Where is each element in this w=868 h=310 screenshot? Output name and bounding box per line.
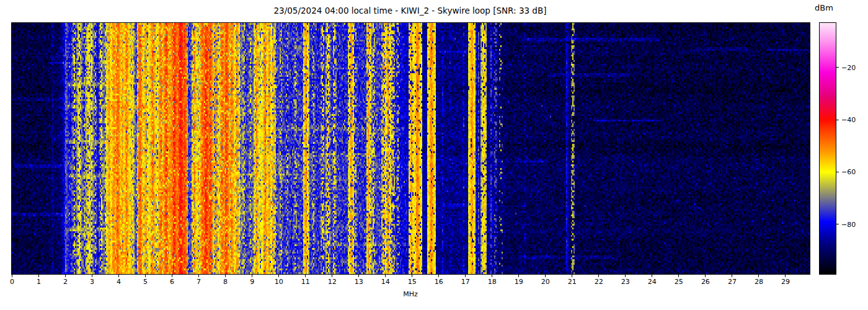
x-tick-mark bbox=[305, 275, 306, 277]
colorbar-unit-label: dBm bbox=[815, 3, 833, 12]
x-tick-label: 25 bbox=[675, 278, 683, 286]
spectrogram-canvas bbox=[12, 23, 810, 274]
chart-title: 23/05/2024 04:00 local time - KIWI_2 - S… bbox=[11, 6, 809, 16]
x-tick-label: 9 bbox=[250, 278, 254, 286]
x-tick-mark bbox=[65, 275, 66, 277]
x-tick-label: 17 bbox=[461, 278, 470, 286]
x-tick-label: 16 bbox=[435, 278, 443, 286]
x-tick-label: 8 bbox=[223, 278, 228, 286]
x-axis-label: MHz bbox=[403, 290, 418, 298]
x-tick-label: 21 bbox=[568, 278, 577, 286]
x-tick-label: 26 bbox=[701, 278, 710, 286]
x-tick-label: 28 bbox=[755, 278, 763, 286]
x-tick-mark bbox=[92, 275, 92, 277]
x-tick-mark bbox=[652, 275, 652, 277]
colorbar-tick-mark bbox=[836, 172, 839, 172]
colorbar-tick-label: −20 bbox=[841, 63, 856, 71]
x-tick-mark bbox=[198, 275, 199, 277]
x-tick-mark bbox=[572, 275, 572, 277]
x-tick-label: 24 bbox=[648, 278, 657, 286]
x-tick-mark bbox=[438, 275, 439, 277]
x-tick-label: 1 bbox=[37, 278, 41, 286]
colorbar-tick-mark bbox=[836, 224, 839, 224]
x-tick-mark bbox=[732, 275, 732, 277]
x-tick-mark bbox=[12, 275, 12, 277]
x-tick-label: 2 bbox=[63, 278, 68, 286]
x-tick-mark bbox=[172, 275, 172, 277]
colorbar bbox=[819, 22, 836, 275]
x-tick-mark bbox=[38, 275, 39, 277]
spectrogram-figure: 23/05/2024 04:00 local time - KIWI_2 - S… bbox=[0, 0, 868, 310]
x-tick-mark bbox=[278, 275, 279, 277]
colorbar-tick-mark bbox=[836, 67, 839, 68]
x-tick-label: 7 bbox=[197, 278, 201, 286]
x-tick-label: 6 bbox=[170, 278, 174, 286]
x-tick-mark bbox=[678, 275, 679, 277]
colorbar-tick-label: −40 bbox=[841, 116, 856, 124]
x-tick-mark bbox=[625, 275, 626, 277]
x-tick-mark bbox=[465, 275, 466, 277]
x-tick-label: 18 bbox=[488, 278, 497, 286]
x-tick-label: 4 bbox=[117, 278, 121, 286]
x-tick-label: 11 bbox=[301, 278, 310, 286]
waterfall-plot-area bbox=[11, 22, 810, 275]
x-tick-mark bbox=[145, 275, 146, 277]
x-tick-label: 0 bbox=[10, 278, 14, 286]
colorbar-tick-label: −80 bbox=[841, 220, 856, 228]
x-tick-mark bbox=[545, 275, 546, 277]
x-tick-mark bbox=[705, 275, 706, 277]
x-tick-mark bbox=[332, 275, 332, 277]
x-tick-label: 5 bbox=[143, 278, 148, 286]
x-tick-mark bbox=[118, 275, 119, 277]
x-tick-mark bbox=[385, 275, 386, 277]
x-tick-label: 27 bbox=[728, 278, 737, 286]
x-tick-mark bbox=[492, 275, 492, 277]
x-tick-mark bbox=[252, 275, 252, 277]
x-tick-label: 14 bbox=[381, 278, 390, 286]
x-tick-mark bbox=[598, 275, 599, 277]
x-tick-label: 10 bbox=[275, 278, 283, 286]
x-tick-mark bbox=[758, 275, 759, 277]
x-tick-label: 23 bbox=[621, 278, 630, 286]
x-tick-label: 12 bbox=[328, 278, 337, 286]
x-tick-mark bbox=[358, 275, 359, 277]
x-tick-label: 22 bbox=[595, 278, 603, 286]
x-tick-label: 13 bbox=[355, 278, 363, 286]
x-tick-label: 15 bbox=[408, 278, 417, 286]
x-tick-mark bbox=[412, 275, 412, 277]
x-tick-mark bbox=[225, 275, 226, 277]
x-tick-mark bbox=[518, 275, 519, 277]
x-tick-mark bbox=[785, 275, 786, 277]
colorbar-tick-mark bbox=[836, 120, 839, 120]
x-tick-label: 29 bbox=[781, 278, 790, 286]
x-tick-label: 20 bbox=[541, 278, 550, 286]
x-tick-label: 19 bbox=[515, 278, 523, 286]
colorbar-tick-label: −60 bbox=[841, 168, 856, 176]
x-tick-label: 3 bbox=[90, 278, 94, 286]
